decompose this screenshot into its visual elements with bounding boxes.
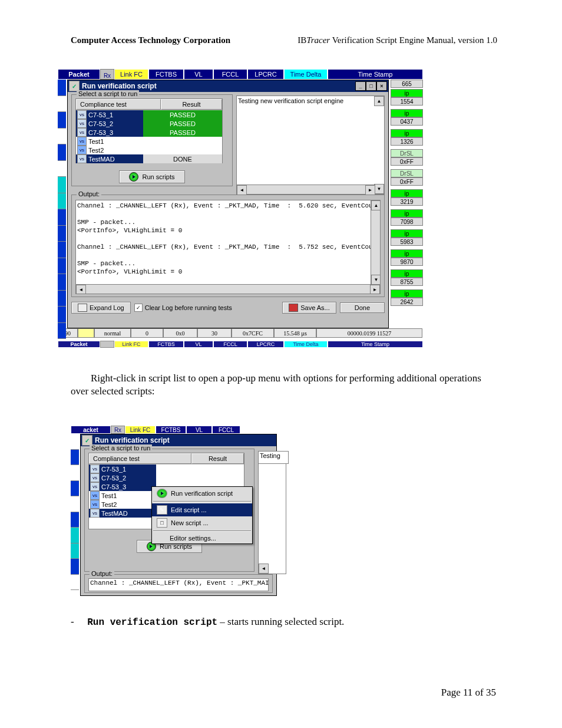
rail-value: 0xFF: [391, 157, 423, 166]
script-name: C7-53_1: [88, 111, 113, 118]
s2-listhdr-name[interactable]: Compliance test: [89, 453, 191, 464]
col-fctbs[interactable]: FCTBS: [148, 69, 184, 80]
script-name: Test2: [101, 501, 117, 508]
ctx-edit-icon: ✎: [157, 505, 167, 515]
result-cell: PASSED: [143, 110, 222, 119]
ctx-editor-settings[interactable]: Editor settings...: [152, 533, 252, 543]
col-linkfc[interactable]: Link FC: [114, 69, 148, 80]
ctx-new-icon: □: [157, 518, 167, 528]
script-icon: vs: [90, 491, 100, 500]
rail-tag: ip: [391, 289, 423, 298]
checkbox-icon: ✓: [134, 304, 143, 312]
rail-value: 5983: [391, 238, 423, 246]
scroll-left-button[interactable]: ◄: [237, 185, 247, 195]
ctx-separator-2: [153, 531, 251, 532]
scroll-up-icon[interactable]: ▲: [371, 200, 381, 210]
result-cell: DONE: [143, 154, 222, 163]
data-cell: 0: [131, 328, 163, 338]
s2-col-packet: acket: [71, 426, 111, 434]
output-textbox[interactable]: Channel : _CHANNEL_LEFT (Rx), Event : _P…: [75, 200, 381, 294]
s2-listhdr-result[interactable]: Result: [191, 453, 244, 464]
listbox-header-result[interactable]: Result: [161, 99, 222, 110]
col-fccl[interactable]: FCCL: [213, 69, 247, 80]
script-name: C7-53_2: [101, 475, 126, 482]
data-cell: 0x7CFC: [232, 328, 274, 338]
list-item[interactable]: vsC7-53_1: [89, 465, 244, 473]
s2-col-rx: Rx: [111, 426, 125, 434]
run-scripts-button[interactable]: Run scripts: [119, 170, 184, 183]
script-icon: vs: [90, 473, 100, 482]
script-name: Test2: [88, 147, 104, 154]
rail-tag: ip: [391, 189, 423, 197]
list-item[interactable]: vsTestMADDONE: [76, 154, 222, 163]
clear-log-checkbox[interactable]: ✓ Clear Log before running tests: [134, 304, 232, 312]
scroll-down-icon[interactable]: ▼: [371, 275, 381, 285]
list-item[interactable]: vsC7-53_2PASSED: [76, 119, 222, 128]
ctx-run-verification[interactable]: Run verification script: [152, 487, 252, 500]
window-close-button[interactable]: ×: [376, 81, 387, 91]
s2-output-text: Channel : _CHANNEL_LEFT (Rx), Event : _P…: [88, 578, 269, 591]
script-icon: vs: [90, 482, 100, 491]
s2-window-title: Run verification script: [95, 436, 170, 444]
col-timestamp[interactable]: Time Stamp: [328, 69, 423, 80]
scroll-left-icon[interactable]: ◄: [76, 285, 86, 294]
window-minimize-button[interactable]: _: [355, 81, 366, 91]
script-name: Test1: [88, 138, 104, 145]
script-name: C7-53_3: [101, 483, 126, 490]
ctx-new-script[interactable]: □ New script ...: [152, 516, 252, 529]
rail-tag: ip: [391, 109, 423, 117]
list-item[interactable]: vsTest1: [76, 137, 222, 146]
ctx-play-icon: [157, 489, 167, 498]
list-item[interactable]: vsC7-53_2: [89, 473, 244, 482]
list-item[interactable]: vsC7-53_1PASSED: [76, 110, 222, 119]
script-icon: vs: [77, 146, 87, 154]
col-fctbs-2: FCTBS: [148, 341, 184, 348]
context-menu[interactable]: Run verification script ✎ Edit script ..…: [151, 486, 253, 544]
s2-scroll-left[interactable]: ◄: [259, 564, 269, 574]
scroll-right-button[interactable]: ►: [365, 185, 375, 195]
list-item[interactable]: vsTest2: [76, 146, 222, 154]
output-scroll-vertical[interactable]: ▲ ▼: [371, 200, 380, 285]
col-packet[interactable]: Packet: [58, 69, 100, 80]
script-listbox[interactable]: Compliance test Result vsC7-53_1PASSEDvs…: [75, 98, 223, 163]
data-cell: [78, 328, 94, 338]
script-icon: vs: [77, 128, 87, 137]
col-lpcrc[interactable]: LPCRC: [247, 69, 284, 80]
testing-log-box[interactable]: Testing new verification script engine ▲…: [236, 95, 385, 195]
script-name: TestMAD: [88, 156, 115, 163]
save-icon: [289, 304, 298, 312]
list-item[interactable]: vsC7-53_3PASSED: [76, 128, 222, 137]
scroll-right-icon[interactable]: ►: [370, 285, 380, 294]
screenshot-main: Packet Rx Link FC FCTBS VL FCCL LPCRC Ti…: [58, 69, 423, 328]
rail-tag: ip: [391, 269, 423, 278]
listbox-header-name[interactable]: Compliance test: [76, 99, 161, 110]
col-vl-2: VL: [184, 341, 213, 348]
s2-col-fccl: FCCL: [212, 426, 240, 434]
rail-value: 9870: [391, 258, 423, 266]
rail-value: 3219: [391, 197, 423, 206]
output-text: Channel : _CHANNEL_LEFT (Rx), Event : _P…: [76, 200, 380, 294]
col-timedelta[interactable]: Time Delta: [284, 69, 328, 80]
scroll-down-button[interactable]: ▼: [374, 184, 384, 194]
rail-tag: ip: [391, 249, 423, 258]
window-maximize-button[interactable]: □: [366, 81, 376, 91]
s2-col-fctbs: FCTBS: [156, 426, 186, 434]
col-rx-2: [100, 341, 114, 348]
ctx-edit-script[interactable]: ✎ Edit script ...: [152, 503, 252, 516]
right-rail: 665ip1554ip0437ip1326DrSL0xFFDrSL0xFFip3…: [391, 80, 423, 308]
save-as-button[interactable]: Save As...: [282, 302, 336, 314]
s2-window: ✓ Run verification script Select a scrip…: [80, 434, 277, 596]
s2-select-legend: Select a script to run: [90, 444, 152, 452]
col-vl[interactable]: VL: [184, 69, 213, 80]
select-script-group: Select a script to run Compliance test R…: [71, 94, 233, 186]
done-button[interactable]: Done: [340, 302, 385, 313]
script-icon: vs: [77, 154, 87, 163]
script-name: C7-53_3: [88, 129, 113, 136]
scroll-up-button[interactable]: ▲: [374, 96, 384, 106]
output-scroll-horizontal[interactable]: ◄ ►: [76, 284, 380, 294]
col-packet-2: Packet: [58, 341, 100, 348]
rail-tag: 665: [391, 80, 423, 88]
expand-log-button[interactable]: Expand Log: [71, 302, 131, 314]
col-rx[interactable]: Rx: [100, 69, 114, 80]
s2-col-vl: VL: [186, 426, 212, 434]
